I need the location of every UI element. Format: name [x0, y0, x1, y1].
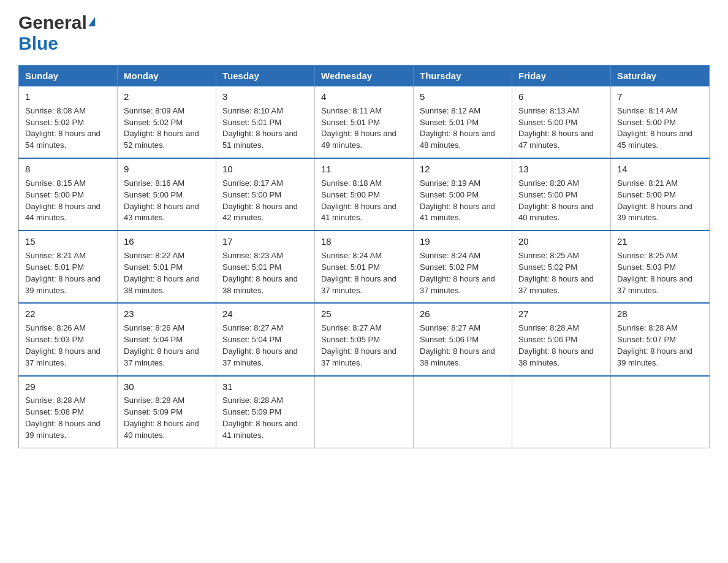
calendar-cell: 25Sunrise: 8:27 AMSunset: 5:05 PMDayligh… [315, 303, 414, 375]
day-number: 11 [321, 163, 407, 176]
calendar-cell: 27Sunrise: 8:28 AMSunset: 5:06 PMDayligh… [512, 303, 611, 375]
calendar-cell [611, 376, 710, 448]
day-number: 22 [25, 307, 111, 321]
day-info: Sunrise: 8:18 AMSunset: 5:00 PMDaylight:… [321, 178, 396, 223]
day-number: 21 [617, 235, 703, 248]
day-info: Sunrise: 8:22 AMSunset: 5:01 PMDaylight:… [124, 251, 199, 295]
calendar-cell: 20Sunrise: 8:25 AMSunset: 5:02 PMDayligh… [512, 231, 611, 303]
calendar-cell: 6Sunrise: 8:13 AMSunset: 5:00 PMDaylight… [512, 86, 611, 159]
calendar-table: SundayMondayTuesdayWednesdayThursdayFrid… [18, 65, 710, 448]
day-number: 3 [222, 90, 308, 104]
day-info: Sunrise: 8:28 AMSunset: 5:06 PMDaylight:… [518, 323, 594, 367]
logo-general-text: General [18, 12, 87, 33]
day-number: 4 [321, 90, 407, 104]
day-info: Sunrise: 8:13 AMSunset: 5:00 PMDaylight:… [518, 106, 594, 150]
calendar-cell: 19Sunrise: 8:24 AMSunset: 5:02 PMDayligh… [414, 231, 512, 303]
day-info: Sunrise: 8:08 AMSunset: 5:02 PMDaylight:… [25, 106, 100, 150]
calendar-cell: 5Sunrise: 8:12 AMSunset: 5:01 PMDaylight… [414, 86, 512, 159]
calendar-cell: 18Sunrise: 8:24 AMSunset: 5:01 PMDayligh… [315, 231, 414, 303]
calendar-cell: 22Sunrise: 8:26 AMSunset: 5:03 PMDayligh… [19, 303, 118, 375]
calendar-cell: 29Sunrise: 8:28 AMSunset: 5:08 PMDayligh… [19, 376, 118, 448]
calendar-cell: 16Sunrise: 8:22 AMSunset: 5:01 PMDayligh… [118, 231, 216, 303]
col-header-thursday: Thursday [414, 66, 512, 86]
day-info: Sunrise: 8:15 AMSunset: 5:00 PMDaylight:… [25, 178, 100, 223]
day-info: Sunrise: 8:26 AMSunset: 5:03 PMDaylight:… [25, 323, 100, 367]
calendar-cell: 1Sunrise: 8:08 AMSunset: 5:02 PMDaylight… [19, 86, 118, 159]
day-number: 25 [321, 307, 407, 321]
calendar-header-row: SundayMondayTuesdayWednesdayThursdayFrid… [19, 66, 710, 86]
calendar-cell: 8Sunrise: 8:15 AMSunset: 5:00 PMDaylight… [19, 158, 118, 231]
day-info: Sunrise: 8:20 AMSunset: 5:00 PMDaylight:… [518, 178, 594, 223]
day-number: 16 [124, 235, 210, 248]
logo: General Blue [18, 12, 95, 54]
day-number: 9 [124, 163, 210, 176]
day-number: 26 [420, 307, 506, 321]
day-info: Sunrise: 8:27 AMSunset: 5:06 PMDaylight:… [420, 323, 495, 367]
day-number: 1 [25, 90, 111, 104]
calendar-cell [512, 376, 611, 448]
day-number: 20 [518, 235, 604, 248]
day-number: 29 [25, 380, 111, 394]
calendar-cell: 23Sunrise: 8:26 AMSunset: 5:04 PMDayligh… [118, 303, 216, 375]
day-info: Sunrise: 8:28 AMSunset: 5:07 PMDaylight:… [617, 323, 692, 367]
calendar-cell: 13Sunrise: 8:20 AMSunset: 5:00 PMDayligh… [512, 158, 611, 231]
day-info: Sunrise: 8:23 AMSunset: 5:01 PMDaylight:… [222, 251, 298, 295]
day-info: Sunrise: 8:12 AMSunset: 5:01 PMDaylight:… [420, 106, 495, 150]
calendar-cell: 24Sunrise: 8:27 AMSunset: 5:04 PMDayligh… [216, 303, 315, 375]
day-number: 12 [420, 163, 506, 176]
calendar-week-row: 22Sunrise: 8:26 AMSunset: 5:03 PMDayligh… [19, 303, 710, 375]
col-header-monday: Monday [118, 66, 216, 86]
day-number: 24 [222, 307, 308, 321]
day-number: 19 [420, 235, 506, 248]
day-info: Sunrise: 8:25 AMSunset: 5:02 PMDaylight:… [518, 251, 594, 295]
calendar-week-row: 8Sunrise: 8:15 AMSunset: 5:00 PMDaylight… [19, 158, 710, 231]
calendar-cell: 28Sunrise: 8:28 AMSunset: 5:07 PMDayligh… [611, 303, 710, 375]
col-header-tuesday: Tuesday [216, 66, 315, 86]
col-header-wednesday: Wednesday [315, 66, 414, 86]
col-header-friday: Friday [512, 66, 611, 86]
calendar-cell: 30Sunrise: 8:28 AMSunset: 5:09 PMDayligh… [118, 376, 216, 448]
calendar-cell: 15Sunrise: 8:21 AMSunset: 5:01 PMDayligh… [19, 231, 118, 303]
calendar-cell: 14Sunrise: 8:21 AMSunset: 5:00 PMDayligh… [611, 158, 710, 231]
col-header-saturday: Saturday [611, 66, 710, 86]
day-number: 10 [222, 163, 308, 176]
day-number: 2 [124, 90, 210, 104]
day-number: 28 [617, 307, 703, 321]
day-info: Sunrise: 8:24 AMSunset: 5:02 PMDaylight:… [420, 251, 495, 295]
logo-triangle-icon [88, 17, 95, 26]
calendar-cell: 9Sunrise: 8:16 AMSunset: 5:00 PMDaylight… [118, 158, 216, 231]
day-number: 6 [518, 90, 604, 104]
calendar-cell: 2Sunrise: 8:09 AMSunset: 5:02 PMDaylight… [118, 86, 216, 159]
day-info: Sunrise: 8:10 AMSunset: 5:01 PMDaylight:… [222, 106, 298, 150]
calendar-week-row: 1Sunrise: 8:08 AMSunset: 5:02 PMDaylight… [19, 86, 710, 159]
day-info: Sunrise: 8:28 AMSunset: 5:09 PMDaylight:… [222, 396, 298, 440]
day-info: Sunrise: 8:09 AMSunset: 5:02 PMDaylight:… [124, 106, 199, 150]
day-info: Sunrise: 8:25 AMSunset: 5:03 PMDaylight:… [617, 251, 692, 295]
day-number: 8 [25, 163, 111, 176]
day-info: Sunrise: 8:14 AMSunset: 5:00 PMDaylight:… [617, 106, 692, 150]
day-info: Sunrise: 8:28 AMSunset: 5:09 PMDaylight:… [124, 396, 199, 440]
day-number: 31 [222, 380, 308, 394]
page-header: General Blue [18, 12, 710, 54]
day-number: 18 [321, 235, 407, 248]
calendar-week-row: 15Sunrise: 8:21 AMSunset: 5:01 PMDayligh… [19, 231, 710, 303]
calendar-cell: 10Sunrise: 8:17 AMSunset: 5:00 PMDayligh… [216, 158, 315, 231]
calendar-cell: 4Sunrise: 8:11 AMSunset: 5:01 PMDaylight… [315, 86, 414, 159]
calendar-cell: 11Sunrise: 8:18 AMSunset: 5:00 PMDayligh… [315, 158, 414, 231]
day-number: 27 [518, 307, 604, 321]
calendar-cell: 3Sunrise: 8:10 AMSunset: 5:01 PMDaylight… [216, 86, 315, 159]
calendar-cell: 17Sunrise: 8:23 AMSunset: 5:01 PMDayligh… [216, 231, 315, 303]
logo-blue-text: Blue [18, 33, 58, 53]
day-info: Sunrise: 8:21 AMSunset: 5:01 PMDaylight:… [25, 251, 100, 295]
col-header-sunday: Sunday [19, 66, 118, 86]
calendar-cell: 7Sunrise: 8:14 AMSunset: 5:00 PMDaylight… [611, 86, 710, 159]
calendar-cell [414, 376, 512, 448]
calendar-cell: 31Sunrise: 8:28 AMSunset: 5:09 PMDayligh… [216, 376, 315, 448]
day-info: Sunrise: 8:21 AMSunset: 5:00 PMDaylight:… [617, 178, 692, 223]
day-number: 17 [222, 235, 308, 248]
day-number: 14 [617, 163, 703, 176]
day-info: Sunrise: 8:17 AMSunset: 5:00 PMDaylight:… [222, 178, 298, 223]
calendar-cell: 26Sunrise: 8:27 AMSunset: 5:06 PMDayligh… [414, 303, 512, 375]
day-info: Sunrise: 8:11 AMSunset: 5:01 PMDaylight:… [321, 106, 396, 150]
day-number: 5 [420, 90, 506, 104]
